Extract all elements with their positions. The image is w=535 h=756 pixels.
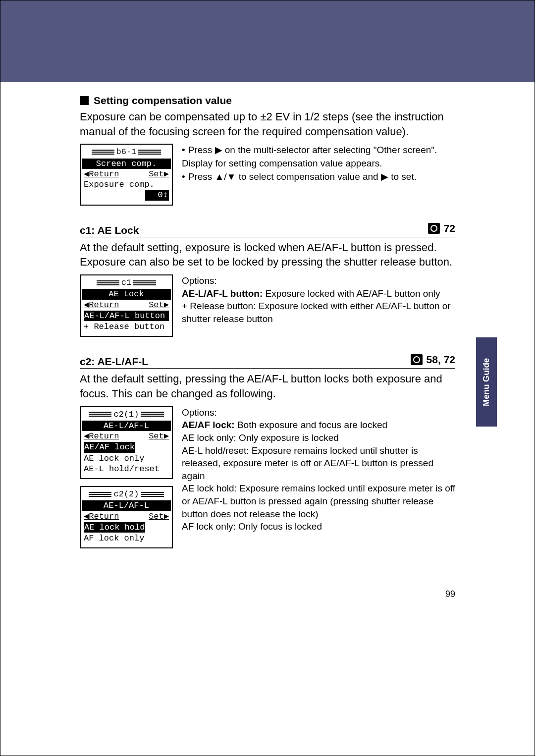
option-line: AF lock only: Only focus is locked: [182, 520, 455, 533]
lcd-screen-c1: c1 AE Lock ◀Return Set▶ AE-L/AF-L button…: [80, 274, 173, 337]
page-number: 99: [445, 589, 455, 599]
lcd-highlight: AE/AF lock: [84, 442, 135, 452]
section3-intro: At the default setting, pressing the AE/…: [80, 372, 455, 401]
text: Press ▶ on the multi-selector after sele…: [182, 145, 437, 168]
lcd-set: Set▶: [149, 169, 169, 179]
top-band: [0, 0, 535, 82]
option-rest: Exposure locked with AE/AF-L button only: [263, 288, 440, 299]
section2-intro: At the default setting, exposure is lock…: [80, 240, 455, 270]
lcd-return: ◀Return: [84, 300, 119, 310]
section3-heading: c2: AE-L/AF-L: [80, 356, 148, 368]
option-rest: Both exposure and focus are locked: [235, 420, 387, 430]
lcd-title: c2(1): [113, 409, 139, 420]
menu-bars-icon: [133, 279, 156, 286]
lcd-set: Set▶: [149, 511, 169, 522]
lcd-set: Set▶: [149, 431, 169, 441]
option-line: + Release button: Exposure locked with e…: [182, 300, 455, 325]
lcd-band: AE-L/AF-L: [82, 500, 171, 511]
lcd-title: c2(2): [113, 489, 139, 499]
options-label: Options:: [182, 274, 455, 287]
section1-intro: Exposure can be compensated up to ±2 EV …: [80, 109, 455, 139]
menu-bars-icon: [89, 491, 111, 498]
section2-page-ref: 72: [444, 222, 455, 234]
menu-bars-icon: [92, 149, 114, 156]
option-line: AE lock hold: Exposure remains locked un…: [182, 482, 455, 520]
section3-page-ref: 58, 72: [427, 354, 455, 366]
menu-bars-icon: [97, 279, 119, 286]
lcd-screen-c2-2: c2(2) AE-L/AF-L ◀Return Set▶ AE lock hol…: [80, 486, 173, 548]
lcd-row: AE-L hold/reset: [84, 464, 169, 474]
lcd-screen-b6-1: b6-1 Screen comp. ◀Return Set▶ Exposure …: [80, 144, 173, 205]
option-line: AE-L hold/reset: Exposure remains locked…: [182, 444, 455, 483]
lcd-band: AE Lock: [82, 289, 171, 299]
lcd-title: c1: [121, 277, 131, 288]
section1-title: Setting compensation value: [94, 95, 232, 107]
menu-bars-icon: [89, 411, 111, 418]
square-bullet-icon: [80, 96, 89, 105]
lcd-band: AE-L/AF-L: [82, 421, 171, 431]
lcd-row: + Release button: [84, 322, 169, 332]
option-bold: AE-L/AF-L button:: [182, 288, 263, 299]
side-tab-menu-guide: Menu Guide: [476, 337, 497, 427]
option-line: AE lock only: Only exposure is locked: [182, 432, 455, 444]
bullet-line: •Press ▲/▼ to select compensation value …: [182, 170, 455, 184]
bullet-line: •Press ▶ on the multi-selector after sel…: [182, 144, 455, 170]
lcd-return: ◀Return: [84, 431, 119, 441]
lcd-value-box: 0↕: [145, 190, 169, 200]
options-label: Options:: [182, 406, 455, 419]
option-line: AE/AF lock: Both exposure and focus are …: [182, 419, 455, 432]
option-line: AE-L/AF-L button: Exposure locked with A…: [182, 287, 455, 300]
option-bold: AE/AF lock:: [182, 420, 235, 430]
menu-bars-icon: [141, 411, 164, 418]
lcd-screen-c2-1: c2(1) AE-L/AF-L ◀Return Set▶ AE/AF lock …: [80, 406, 173, 480]
lcd-title: b6-1: [116, 147, 137, 157]
lcd-return: ◀Return: [84, 169, 119, 179]
lcd-row: AE lock only: [84, 453, 169, 464]
lcd-return: ◀Return: [84, 511, 119, 522]
lcd-row: Exposure comp.: [84, 179, 169, 190]
lcd-band: Screen comp.: [82, 159, 171, 169]
camera-icon: [411, 354, 423, 365]
lcd-row: AF lock only: [84, 533, 169, 543]
text: Press ▲/▼ to select compensation value a…: [188, 171, 417, 182]
camera-icon: [428, 223, 440, 234]
lcd-highlight: AE lock hold: [84, 522, 145, 533]
lcd-highlight: AE-L/AF-L button: [84, 311, 169, 321]
menu-bars-icon: [138, 149, 161, 156]
lcd-set: Set▶: [149, 300, 169, 310]
menu-bars-icon: [141, 491, 164, 498]
section2-heading: c1: AE Lock: [80, 224, 139, 236]
